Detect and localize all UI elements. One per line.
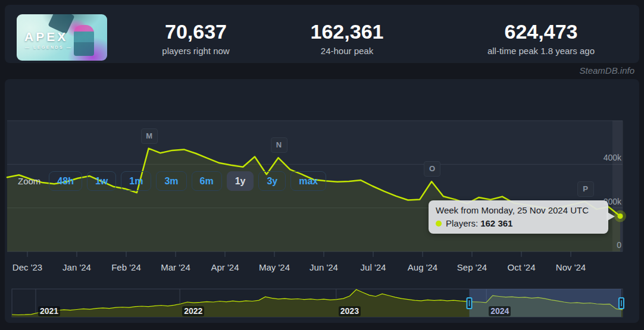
- zoom-button-48h[interactable]: 48h: [49, 171, 82, 191]
- tooltip-title: Week from Monday, 25 Nov 2024 UTC: [436, 205, 601, 215]
- x-axis-label: Jul '24: [361, 262, 386, 272]
- x-axis-label: Mar '24: [161, 262, 190, 272]
- y-axis-label: 400k: [604, 153, 622, 162]
- y-axis-label: 0: [617, 240, 621, 250]
- zoom-button-3y[interactable]: 3y: [258, 171, 286, 191]
- milestone-flag-M[interactable]: M: [141, 128, 158, 144]
- x-axis-label: Oct '24: [507, 262, 535, 272]
- navigator-year-label-2023: 2023: [339, 306, 361, 316]
- milestone-flag-N[interactable]: N: [271, 137, 287, 153]
- series-marker-icon: [436, 221, 442, 227]
- chart-tooltip: Week from Monday, 25 Nov 2024 UTC Player…: [429, 200, 608, 234]
- tooltip-series-label: Players:: [446, 218, 478, 228]
- x-axis-label: Sep '24: [457, 262, 487, 272]
- tooltip-arrow: [607, 212, 615, 221]
- zoom-button-1y[interactable]: 1y: [227, 171, 254, 191]
- zoom-button-max[interactable]: max: [290, 171, 326, 191]
- milestone-flag-P[interactable]: P: [577, 181, 594, 197]
- zoom-button-6m[interactable]: 6m: [192, 171, 222, 191]
- zoom-button-1m[interactable]: 1m: [121, 171, 151, 191]
- hovered-point-marker[interactable]: [618, 213, 623, 219]
- tooltip-players-value: 162 361: [480, 218, 512, 228]
- player-count-chart: 400k200k0Dec '23Jan '24Feb '24Mar '24Apr…: [0, 0, 644, 330]
- steamdb-apex-charts-page: APEX — LEGENDS — 70,637 players right no…: [0, 0, 644, 330]
- navigator-year-label-2022: 2022: [182, 306, 204, 316]
- x-axis-label: Jan '24: [62, 262, 91, 272]
- zoom-button-1w[interactable]: 1w: [87, 171, 116, 191]
- navigator-year-label-2021: 2021: [38, 306, 60, 316]
- x-axis-label: Dec '23: [12, 262, 42, 272]
- x-axis-label: Aug '24: [408, 262, 437, 272]
- zoom-button-3m[interactable]: 3m: [156, 171, 186, 191]
- tooltip-series-row: Players: 162 361: [436, 218, 601, 228]
- x-axis-label: Nov '24: [556, 262, 586, 272]
- zoom-buttons-group: 48h1w1m3m6m1y3ymax: [49, 171, 331, 191]
- x-axis-label: Jun '24: [310, 262, 338, 272]
- x-axis-label: May '24: [259, 262, 290, 272]
- navigator-year-label-2024: 2024: [489, 306, 511, 316]
- milestone-flag-O[interactable]: O: [424, 161, 440, 177]
- x-axis-label: Apr '24: [211, 262, 239, 272]
- zoom-toolbar: Zoom 48h1w1m3m6m1y3ymax: [18, 171, 331, 191]
- zoom-toolbar-label: Zoom: [18, 176, 40, 186]
- x-axis-label: Feb '24: [111, 262, 141, 272]
